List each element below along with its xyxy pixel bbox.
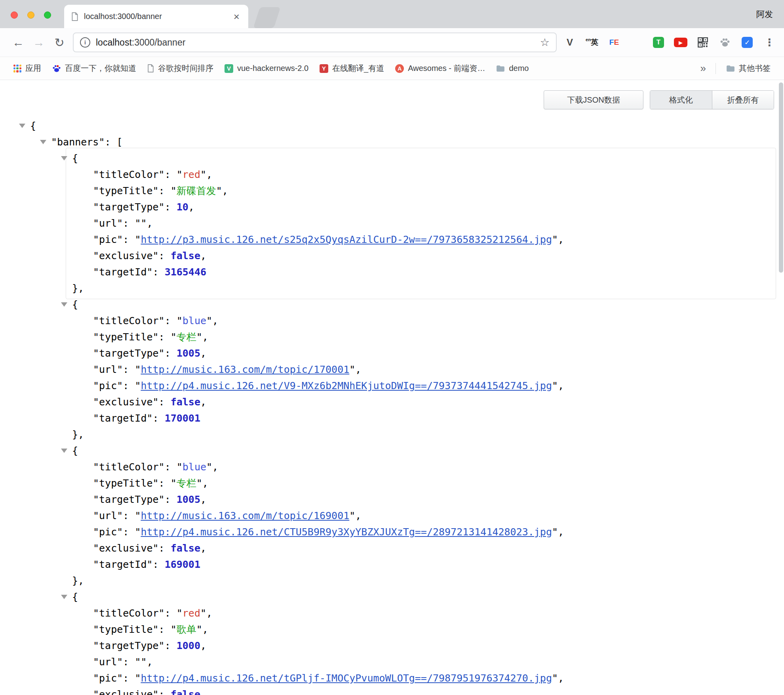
page-info-icon[interactable]: i <box>80 37 90 48</box>
youtube-extension-icon[interactable]: ▶ <box>674 36 687 49</box>
json-punctuation: " <box>177 607 183 619</box>
json-key: "titleColor" <box>93 169 165 180</box>
youdao-translate-extension-icon[interactable]: en英 <box>585 36 599 49</box>
json-url-link[interactable]: http://p4.music.126.net/V9-MXz6b2MNhEKju… <box>141 380 552 391</box>
collapse-toggle-icon[interactable] <box>61 302 67 307</box>
bookmark-baidu[interactable]: 百度一下，你就知道 <box>48 61 140 76</box>
json-line: { <box>30 589 784 605</box>
json-punctuation: " <box>135 510 141 521</box>
close-window-icon[interactable] <box>11 11 18 19</box>
json-line: "typeTitle": "专栏", <box>30 475 784 491</box>
collapse-toggle-icon[interactable] <box>19 124 25 128</box>
browser-window: localhost:3000/banner × 阿发 ← → ↻ i local… <box>0 0 784 695</box>
json-punctuation: : <box>165 607 177 619</box>
bookmark-demo-folder[interactable]: demo <box>492 61 533 75</box>
green-shield-extension-icon[interactable]: T <box>652 36 665 49</box>
page-icon <box>147 64 154 73</box>
browser-menu-icon[interactable]: ⋮ <box>763 36 776 49</box>
close-tab-icon[interactable]: × <box>232 11 241 22</box>
qr-code-extension-icon[interactable] <box>696 36 710 49</box>
new-tab-button[interactable] <box>253 7 280 28</box>
json-punctuation: , <box>188 201 194 213</box>
json-punctuation: { <box>30 120 36 132</box>
json-line: "typeTitle": "新碟首发", <box>30 183 784 199</box>
json-punctuation: : <box>153 266 165 278</box>
collapse-toggle-icon[interactable] <box>61 156 67 160</box>
json-url-link[interactable]: http://p4.music.126.net/tGPljf-IMOCyPvum… <box>141 672 552 684</box>
json-url-link[interactable]: http://music.163.com/m/topic/169001 <box>141 510 349 521</box>
json-key: "url" <box>93 364 123 375</box>
extensions-row: V en英 FE T ▶ <box>563 36 776 49</box>
json-punctuation: " <box>135 380 141 391</box>
scrollbar-thumb[interactable] <box>779 82 783 273</box>
vimium-extension-icon[interactable]: V <box>563 36 577 49</box>
json-punctuation: " <box>206 461 212 473</box>
collapse-toggle-icon[interactable] <box>40 140 46 144</box>
json-url-link[interactable]: http://p3.music.126.net/s25q2x5QyqsAzilC… <box>141 234 552 245</box>
json-key: "targetType" <box>93 494 165 505</box>
bookmark-google-sort[interactable]: 谷歌按时间排序 <box>143 61 217 76</box>
json-punctuation: , <box>200 640 206 651</box>
json-punctuation: : <box>165 461 177 473</box>
bookmark-apps[interactable]: 应用 <box>10 61 45 76</box>
json-line: { <box>30 296 784 313</box>
json-punctuation: " <box>349 364 355 375</box>
bookmark-other-folder[interactable]: 其他书签 <box>722 61 774 76</box>
baidu-paw-icon <box>52 64 61 73</box>
browser-toolbar: ← → ↻ i localhost:3000/banner ☆ V en英 FE… <box>0 28 784 57</box>
minimize-window-icon[interactable] <box>27 11 34 19</box>
profile-name[interactable]: 阿发 <box>756 9 773 20</box>
paw-extension-icon[interactable] <box>718 36 732 49</box>
json-punctuation: , <box>355 510 361 521</box>
json-punctuation: : <box>153 412 165 424</box>
collapse-toggle-icon[interactable] <box>61 595 67 599</box>
json-punctuation: " <box>196 331 202 343</box>
json-punctuation: , <box>206 169 212 180</box>
back-button[interactable]: ← <box>8 36 29 49</box>
json-punctuation: , <box>200 250 206 262</box>
json-punctuation: " <box>177 169 183 180</box>
json-punctuation: " <box>135 672 141 684</box>
forward-button[interactable]: → <box>29 36 49 49</box>
blue-check-extension-icon[interactable]: ✓ <box>740 36 754 49</box>
json-punctuation: : <box>153 559 165 570</box>
json-punctuation: , <box>212 315 218 326</box>
json-punctuation: : <box>123 364 135 375</box>
json-punctuation: : <box>159 624 171 635</box>
json-key: "pic" <box>93 234 123 245</box>
vue-icon: V <box>225 64 233 73</box>
json-string-value: blue <box>183 315 206 326</box>
bookmark-awesomes[interactable]: A Awesomes - 前端资… <box>391 61 489 76</box>
json-key: "titleColor" <box>93 461 165 473</box>
json-url-link[interactable]: http://p4.music.126.net/CTU5B9R9y3XyYBZX… <box>141 526 552 538</box>
bookmark-youdao-translate[interactable]: Y 在线翻译_有道 <box>316 61 388 76</box>
json-punctuation: : <box>165 348 177 359</box>
bookmarks-bar: 应用 百度一下，你就知道 谷歌按时间排序 <box>0 57 784 80</box>
bookmark-vue-hackernews[interactable]: V vue-hackernews-2.0 <box>221 61 312 75</box>
reload-button[interactable]: ↻ <box>49 36 70 50</box>
bookmark-star-icon[interactable]: ☆ <box>540 36 550 49</box>
fehelper-extension-icon[interactable]: FE <box>607 36 621 49</box>
json-punctuation: , <box>558 672 564 684</box>
json-boolean-value: false <box>171 396 200 408</box>
json-punctuation: , <box>147 656 152 668</box>
json-punctuation: : <box>123 510 135 521</box>
json-url-link[interactable]: http://music.163.com/m/topic/170001 <box>141 364 349 375</box>
bookmarks-overflow-chevron[interactable]: » <box>697 62 709 74</box>
json-punctuation: }, <box>72 429 84 440</box>
browser-tab[interactable]: localhost:3000/banner × <box>64 5 248 28</box>
json-punctuation: , <box>558 234 564 245</box>
person-extension-icon[interactable] <box>630 36 643 49</box>
json-viewer: {"banners": [{"titleColor": "red","typeT… <box>0 80 784 695</box>
json-punctuation: " <box>552 672 558 684</box>
json-key: "exclusive" <box>93 689 159 695</box>
zoom-window-icon[interactable] <box>44 11 51 19</box>
address-bar[interactable]: i localhost:3000/banner ☆ <box>73 32 557 52</box>
collapse-toggle-icon[interactable] <box>61 449 67 453</box>
json-punctuation: , <box>212 461 218 473</box>
json-key: "banners" <box>51 136 105 148</box>
json-key: "titleColor" <box>93 315 165 326</box>
json-punctuation: " <box>171 477 177 489</box>
json-punctuation: , <box>202 477 208 489</box>
json-line: }, <box>30 573 784 589</box>
